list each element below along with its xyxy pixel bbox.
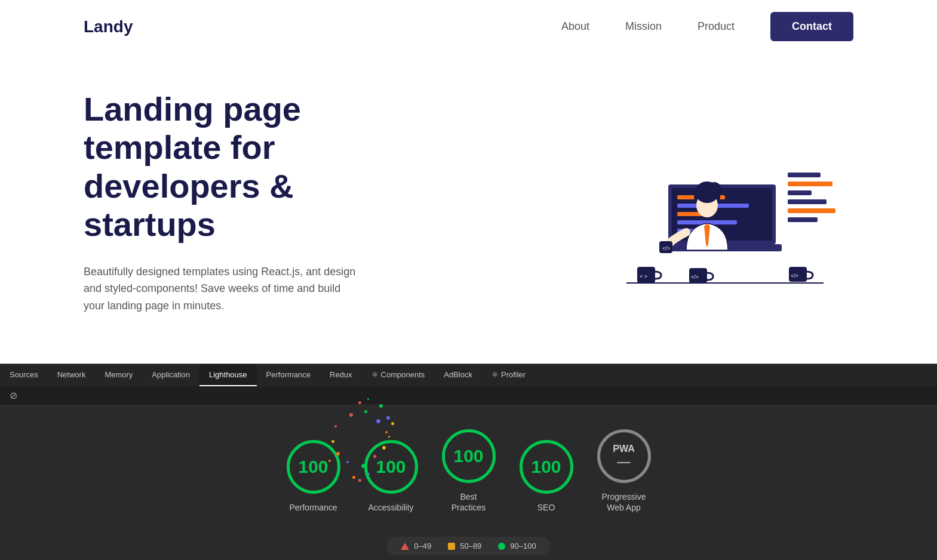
tab-redux[interactable]: Redux — [320, 364, 362, 386]
contact-button[interactable]: Contact — [770, 12, 853, 41]
tab-performance[interactable]: Performance — [257, 364, 320, 386]
tab-profiler[interactable]: ⚛Profiler — [482, 364, 535, 386]
score-circle-best-practices: 100 — [442, 429, 496, 483]
score-best-practices: 100 BestPractices — [442, 429, 496, 513]
svg-rect-11 — [788, 190, 812, 195]
legend-range-low: 0–49 — [414, 541, 431, 550]
score-label-performance: Performance — [289, 502, 337, 513]
score-circle-accessibility: 100 — [364, 440, 418, 494]
developer-illustration: </> < > </> </> — [591, 113, 841, 292]
nav-links: About Mission Product Contact — [561, 12, 853, 41]
svg-rect-14 — [788, 217, 818, 222]
svg-rect-12 — [788, 199, 827, 204]
svg-text:</>: </> — [791, 273, 798, 279]
hero-text: Landing page template for developers & s… — [84, 90, 394, 315]
devtools-secondary-bar: ⊘ — [0, 386, 937, 405]
svg-rect-10 — [788, 181, 832, 186]
hero-description: Beautifully designed templates using Rea… — [84, 263, 358, 315]
tab-application[interactable]: Application — [142, 364, 199, 386]
svg-text:</>: </> — [691, 274, 699, 280]
score-circle-pwa: PWA — — [597, 429, 651, 483]
tab-adblock[interactable]: AdBlock — [434, 364, 482, 386]
react-icon-profiler: ⚛ — [491, 370, 499, 379]
circle-icon — [498, 543, 505, 550]
tab-lighthouse[interactable]: Lighthouse — [199, 364, 257, 386]
legend-item-low: 0–49 — [401, 541, 431, 550]
tab-sources[interactable]: Sources — [0, 364, 48, 386]
score-label-pwa: ProgressiveWeb App — [602, 491, 646, 513]
hero-illustration: </> < > </> </> — [579, 113, 853, 292]
score-legend: 0–49 50–89 90–100 — [386, 537, 550, 555]
devtools-tabs: Sources Network Memory Application Light… — [0, 364, 535, 386]
navbar: Landy About Mission Product Contact — [0, 0, 937, 53]
legend-item-high: 90–100 — [498, 541, 536, 550]
legend-range-mid: 50–89 — [460, 541, 481, 550]
score-accessibility: 100 Accessibility — [364, 440, 418, 513]
brand-logo: Landy — [84, 17, 133, 36]
triangle-icon — [401, 543, 409, 550]
nav-link-mission[interactable]: Mission — [625, 20, 662, 33]
tab-network[interactable]: Network — [48, 364, 96, 386]
score-circle-performance: 100 — [287, 440, 340, 494]
react-icon-components: ⚛ — [371, 370, 379, 379]
nav-link-about[interactable]: About — [561, 20, 589, 33]
svg-text:</>: </> — [662, 245, 670, 251]
legend-range-high: 90–100 — [510, 541, 536, 550]
pwa-dash: — — [618, 456, 631, 469]
svg-rect-13 — [788, 208, 835, 213]
svg-point-18 — [707, 182, 721, 196]
legend-item-mid: 50–89 — [448, 541, 481, 550]
score-seo: 100 SEO — [520, 440, 573, 513]
block-icon-button[interactable]: ⊘ — [10, 390, 17, 401]
score-pwa: PWA — ProgressiveWeb App — [597, 429, 651, 513]
scores-row: 100 Performance — [287, 429, 651, 513]
square-icon — [448, 543, 455, 550]
tab-components[interactable]: ⚛Components — [362, 364, 435, 386]
score-label-seo: SEO — [537, 502, 555, 513]
pwa-label: PWA — [613, 444, 634, 454]
score-label-best-practices: BestPractices — [451, 491, 486, 513]
score-performance: 100 Performance — [287, 440, 340, 513]
score-label-accessibility: Accessibility — [368, 502, 413, 513]
score-circle-seo: 100 — [520, 440, 573, 494]
lighthouse-panel: 100 Performance — [0, 405, 937, 560]
hero-title: Landing page template for developers & s… — [84, 90, 394, 244]
svg-text:< >: < > — [640, 273, 647, 279]
devtools-bar: Sources Network Memory Application Light… — [0, 364, 937, 386]
nav-link-product[interactable]: Product — [698, 20, 735, 33]
tab-memory[interactable]: Memory — [95, 364, 142, 386]
hero-section: Landing page template for developers & s… — [0, 53, 937, 364]
svg-rect-9 — [788, 173, 821, 177]
